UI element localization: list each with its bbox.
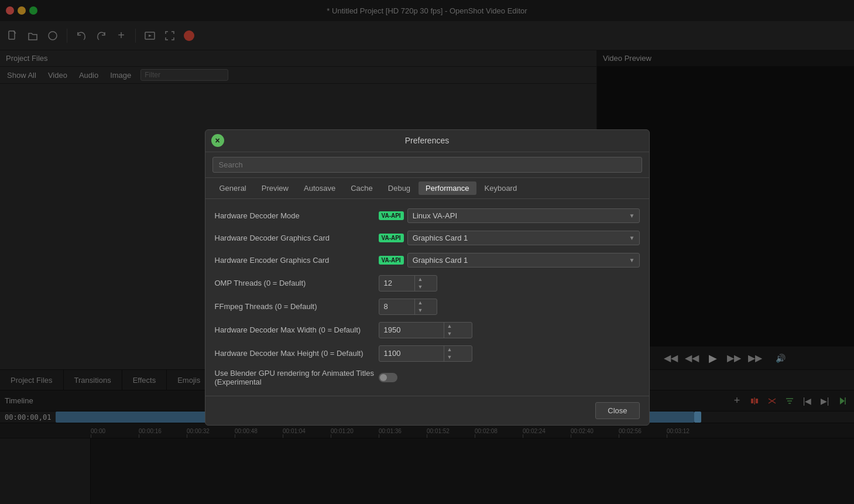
decoder-max-width-down[interactable]: ▼ (444, 330, 455, 338)
pref-label-decoder-max-height: Hardware Decoder Max Height (0 = Default… (215, 349, 379, 358)
decoder-max-width-up[interactable]: ▲ (444, 323, 455, 330)
pref-row-omp-threads: OMP Threads (0 = Default) ▲ ▼ (205, 272, 649, 295)
tab-performance[interactable]: Performance (419, 181, 476, 195)
ffmpeg-threads-arrows: ▲ ▼ (414, 299, 426, 314)
pref-row-ffmpeg-threads: FFmpeg Threads (0 = Default) ▲ ▼ (205, 295, 649, 318)
dialog-body: Hardware Decoder Mode VA-API Linux VA-AP… (205, 199, 649, 396)
tab-debug[interactable]: Debug (381, 181, 417, 195)
omp-threads-arrows: ▲ ▼ (414, 276, 426, 291)
tab-cache[interactable]: Cache (344, 181, 380, 195)
decoder-max-width-arrows: ▲ ▼ (444, 323, 455, 338)
pref-control-decoder-max-width: ▲ ▼ (379, 322, 640, 338)
pref-row-encoder-card: Hardware Encoder Graphics Card VA-API Gr… (205, 249, 649, 272)
pref-control-decoder-max-height: ▲ ▼ (379, 345, 640, 362)
ffmpeg-threads-input[interactable] (379, 300, 414, 313)
pref-row-blender-gpu: Use Blender GPU rendering for Animated T… (205, 365, 649, 390)
encoder-card-select[interactable]: Graphics Card 1 (407, 253, 640, 268)
pref-control-blender-gpu (379, 373, 640, 382)
pref-label-decoder-mode: Hardware Decoder Mode (215, 211, 379, 220)
encoder-card-select-wrapper: Graphics Card 1 ▼ (407, 253, 640, 268)
decoder-mode-select[interactable]: Linux VA-API (407, 208, 640, 223)
dialog-overlay: × Preferences General Preview Autosave C… (0, 0, 854, 504)
omp-threads-down[interactable]: ▼ (415, 283, 426, 291)
pref-row-decoder-max-width: Hardware Decoder Max Width (0 = Default)… (205, 318, 649, 342)
pref-control-encoder-card: VA-API Graphics Card 1 ▼ (379, 253, 640, 268)
pref-control-ffmpeg-threads: ▲ ▼ (379, 299, 640, 315)
decoder-max-height-arrows: ▲ ▼ (444, 346, 455, 361)
ffmpeg-threads-down[interactable]: ▼ (415, 307, 426, 314)
decoder-mode-select-wrapper: Linux VA-API ▼ (407, 208, 640, 223)
decoder-max-width-input[interactable] (379, 323, 444, 337)
pref-row-decoder-max-height: Hardware Decoder Max Height (0 = Default… (205, 342, 649, 365)
omp-threads-up[interactable]: ▲ (415, 276, 426, 283)
dialog-close-button[interactable]: × (211, 134, 224, 147)
tab-keyboard[interactable]: Keyboard (478, 181, 524, 195)
dialog-titlebar: × Preferences (205, 130, 649, 152)
tab-preview[interactable]: Preview (255, 181, 296, 195)
ffmpeg-threads-spinbox: ▲ ▼ (379, 299, 437, 315)
dialog-title: Preferences (405, 136, 449, 145)
pref-row-decoder-card: Hardware Decoder Graphics Card VA-API Gr… (205, 227, 649, 249)
toggle-knob (380, 374, 387, 381)
omp-threads-spinbox: ▲ ▼ (379, 275, 437, 292)
decoder-max-height-down[interactable]: ▼ (444, 354, 455, 361)
pref-control-omp-threads: ▲ ▼ (379, 275, 640, 292)
dialog-footer: Close (205, 396, 649, 425)
pref-label-decoder-max-width: Hardware Decoder Max Width (0 = Default) (215, 325, 379, 334)
dialog-search (205, 152, 649, 178)
ffmpeg-threads-up[interactable]: ▲ (415, 299, 426, 307)
decoder-card-select[interactable]: Graphics Card 1 (407, 231, 640, 245)
pref-label-blender-gpu: Use Blender GPU rendering for Animated T… (215, 369, 379, 386)
va-api-badge-encoder-card: VA-API (379, 256, 404, 265)
decoder-card-select-wrapper: Graphics Card 1 ▼ (407, 231, 640, 245)
omp-threads-input[interactable] (379, 276, 414, 290)
dialog-close-footer-button[interactable]: Close (595, 402, 639, 419)
decoder-max-width-spinbox: ▲ ▼ (379, 322, 472, 338)
pref-label-omp-threads: OMP Threads (0 = Default) (215, 279, 379, 287)
pref-label-ffmpeg-threads: FFmpeg Threads (0 = Default) (215, 302, 379, 311)
preferences-dialog: × Preferences General Preview Autosave C… (205, 129, 650, 426)
dialog-tabs: General Preview Autosave Cache Debug Per… (205, 178, 649, 199)
pref-label-encoder-card: Hardware Encoder Graphics Card (215, 256, 379, 265)
decoder-max-height-input[interactable] (379, 347, 444, 360)
pref-label-decoder-card: Hardware Decoder Graphics Card (215, 234, 379, 242)
search-input[interactable] (212, 157, 642, 173)
tab-general[interactable]: General (212, 181, 253, 195)
pref-control-decoder-card: VA-API Graphics Card 1 ▼ (379, 231, 640, 245)
va-api-badge-decoder-mode: VA-API (379, 211, 404, 220)
tab-autosave[interactable]: Autosave (297, 181, 342, 195)
pref-control-decoder-mode: VA-API Linux VA-API ▼ (379, 208, 640, 223)
va-api-badge-decoder-card: VA-API (379, 234, 404, 242)
blender-gpu-toggle[interactable] (379, 373, 397, 382)
decoder-max-height-up[interactable]: ▲ (444, 346, 455, 354)
pref-row-decoder-mode: Hardware Decoder Mode VA-API Linux VA-AP… (205, 205, 649, 227)
decoder-max-height-spinbox: ▲ ▼ (379, 345, 472, 362)
